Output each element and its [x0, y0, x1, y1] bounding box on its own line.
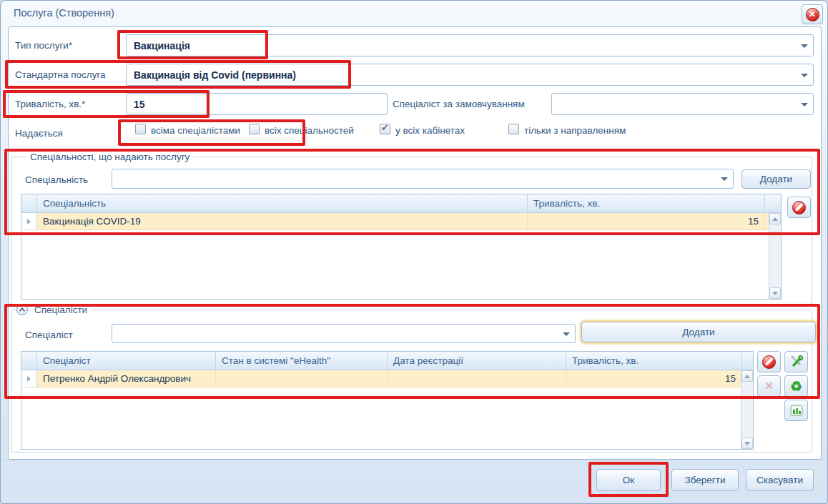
clear-icon [762, 355, 776, 369]
row-indicator [21, 370, 37, 387]
vertical-scrollbar[interactable] [769, 213, 781, 299]
specialists-group-title: Спеціалісти [31, 305, 91, 315]
specialists-table: Спеціаліст Стан в системі "eHealth" Дата… [21, 351, 754, 450]
close-button[interactable]: ✕ [802, 4, 823, 24]
vertical-scrollbar[interactable] [741, 370, 753, 449]
chevron-down-icon[interactable] [801, 44, 808, 48]
tools-icon [789, 355, 804, 369]
cell-ehealth-state [216, 370, 388, 387]
add-specialist-label: Додати [682, 327, 714, 337]
collapse-button[interactable] [16, 304, 28, 315]
default-specialist-combo[interactable] [551, 93, 814, 115]
checkbox-all-specialists-label: всіма спеціалістами [151, 125, 240, 136]
checkbox-all-specialties[interactable]: ✔ [249, 124, 260, 134]
column-header-reg-date[interactable]: Дата реєстрації [388, 352, 566, 370]
cell-duration: 15 [566, 370, 742, 387]
cancel-button[interactable]: Скасувати [746, 469, 814, 491]
checkmark-icon: ✔ [381, 122, 389, 133]
checkbox-all-rooms-label: у всіх кабінетах [395, 125, 465, 136]
cell-duration: 15 [528, 213, 765, 229]
service-type-value: Вакцинація [134, 40, 190, 51]
standard-service-combo[interactable]: Вакцинація від Covid (первинна) [126, 64, 814, 86]
service-type-combo[interactable]: Вакцинація [126, 34, 814, 56]
ok-button[interactable]: Ок [596, 469, 661, 491]
chevron-down-icon[interactable] [801, 74, 808, 77]
save-label: Зберегти [685, 475, 726, 485]
cell-reg-date [388, 370, 566, 387]
specialist-combo[interactable] [112, 324, 576, 343]
table-row[interactable]: Петренко Андрій Олександрович 15 [21, 370, 753, 387]
column-header-duration[interactable]: Тривалість, хв. [528, 194, 765, 212]
column-header-duration[interactable]: Тривалість, хв. [566, 352, 742, 370]
duration-label: Тривалість, хв.* [15, 99, 85, 109]
scroll-up-button[interactable] [741, 370, 753, 382]
recycle-arrows-icon: ♻ [790, 380, 802, 393]
chevron-up-icon [19, 307, 25, 313]
tools-button[interactable] [784, 351, 808, 372]
cell-specialist: Петренко Андрій Олександрович [37, 370, 216, 387]
standard-service-label: Стандартна послуга [15, 69, 106, 80]
clear-icon [792, 201, 806, 214]
ok-label: Ок [623, 475, 634, 485]
service-type-label: Тип послуги* [15, 40, 72, 51]
specialties-table-header: Спеціальність Тривалість, хв. [21, 194, 781, 213]
add-specialty-label: Додати [760, 174, 792, 184]
cell-specialty: Вакцинація COVID-19 [37, 213, 528, 229]
specialists-table-header: Спеціаліст Стан в системі "eHealth" Дата… [21, 352, 753, 370]
save-button[interactable]: Зберегти [671, 469, 739, 491]
dialog-title: Послуга (Створення) [14, 7, 114, 19]
report-button[interactable] [784, 400, 808, 421]
duration-input[interactable]: 15 [126, 93, 388, 115]
clear-specialists-button[interactable] [757, 351, 781, 372]
scroll-down-button[interactable] [741, 438, 753, 449]
clear-specialties-button[interactable] [787, 197, 811, 218]
specialty-field-label: Спеціальність [25, 174, 88, 185]
scroll-up-button[interactable] [769, 213, 781, 224]
provided-label: Надається [15, 128, 63, 139]
default-specialist-label: Спеціаліст за замовчуванням [393, 99, 525, 109]
refresh-ehealth-button[interactable]: ♻ [784, 375, 808, 397]
specialty-combo[interactable] [112, 169, 734, 189]
standard-service-value: Вакцинація від Covid (первинна) [134, 69, 296, 81]
chevron-down-icon[interactable] [721, 177, 728, 181]
chevron-down-icon[interactable] [801, 103, 808, 107]
column-header-specialist[interactable]: Спеціаліст [37, 352, 216, 370]
specialist-field-label: Спеціаліст [25, 330, 73, 340]
checkbox-referral-only[interactable]: ✔ [508, 124, 519, 134]
specialties-group-title: Спеціальності, що надають послугу [26, 152, 193, 162]
delete-specialist-button-disabled[interactable]: ✕ [757, 375, 781, 397]
delete-icon: ✕ [764, 380, 774, 392]
column-header-ehealth-state[interactable]: Стан в системі "eHealth" [216, 352, 388, 370]
row-indicator-header [21, 352, 37, 370]
cancel-label: Скасувати [756, 475, 803, 485]
chart-sheet-icon [789, 403, 804, 417]
checkbox-all-rooms[interactable]: ✔ [380, 124, 390, 134]
row-indicator-header [21, 194, 37, 212]
footer-divider [1, 460, 827, 460]
checkbox-referral-only-label: тільки з направленням [524, 125, 626, 136]
checkbox-all-specialties-label: всіх спеціальностей [265, 125, 354, 136]
row-indicator [21, 213, 37, 229]
chevron-down-icon[interactable] [563, 332, 570, 336]
specialties-table: Спеціальність Тривалість, хв. Вакцинація… [21, 194, 782, 300]
duration-value: 15 [134, 99, 145, 110]
add-specialty-button[interactable]: Додати [741, 169, 811, 189]
add-specialist-button[interactable]: Додати [581, 322, 816, 342]
service-dialog: Послуга (Створення) ✕ Тип послуги* Вакци… [0, 0, 828, 504]
close-icon: ✕ [806, 8, 819, 21]
scroll-down-button[interactable] [769, 287, 781, 299]
table-row[interactable]: Вакцинація COVID-19 15 [21, 213, 781, 230]
checkbox-all-specialists[interactable]: ✔ [135, 124, 146, 134]
column-header-specialty[interactable]: Спеціальність [37, 194, 528, 212]
